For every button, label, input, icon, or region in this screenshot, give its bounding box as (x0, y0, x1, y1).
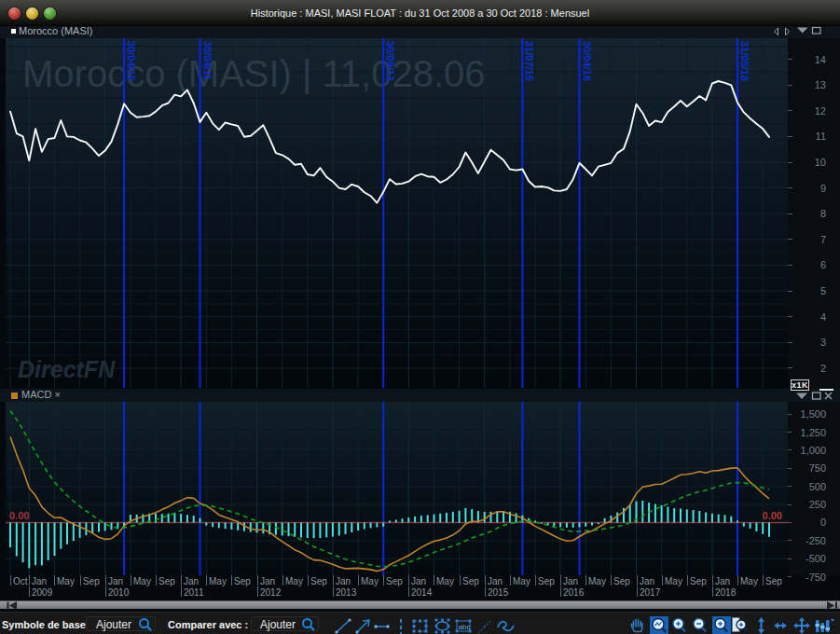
svg-text:30/04/10: 30/04/10 (126, 41, 137, 81)
svg-text:31/05/18: 31/05/18 (739, 41, 750, 81)
svg-text:abc: abc (459, 623, 471, 631)
svg-text:30/09/13: 30/09/13 (385, 41, 396, 81)
svg-text:0.00: 0.00 (9, 510, 29, 521)
svg-text:30/04/11: 30/04/11 (202, 41, 213, 80)
svg-text:DirectFN: DirectFN (18, 356, 116, 382)
svg-text:31/07/15: 31/07/15 (524, 41, 535, 81)
svg-text:30/04/16: 30/04/16 (582, 41, 593, 81)
svg-text:Morocco (MASI) | 11,028.06: Morocco (MASI) | 11,028.06 (22, 53, 486, 94)
